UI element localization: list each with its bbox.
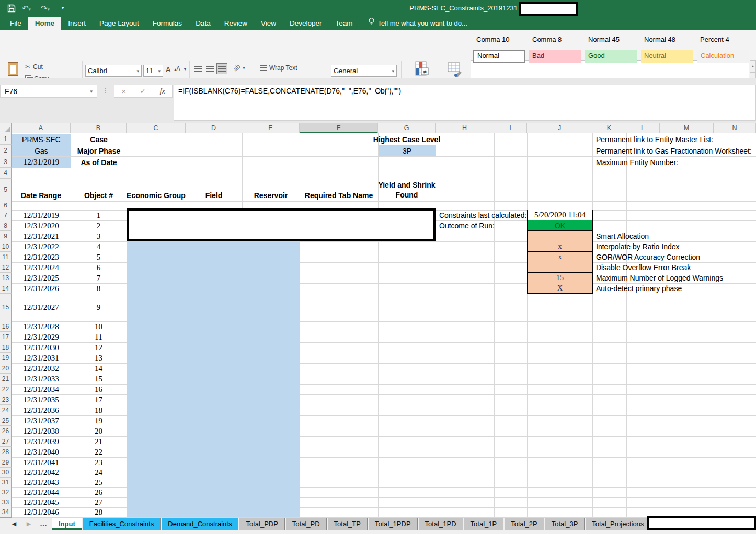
redo-icon[interactable]: ↷▾: [41, 2, 50, 16]
option-cell-J12[interactable]: [527, 262, 593, 273]
cell-A26[interactable]: 12/31/2038: [12, 426, 71, 436]
row-header-5[interactable]: 5: [0, 179, 12, 201]
cell-A20[interactable]: 12/31/2032: [12, 363, 71, 374]
cell-A21[interactable]: 12/31/2033: [12, 374, 71, 384]
header-cell-Field[interactable]: Field: [186, 179, 242, 201]
cell-A3[interactable]: 12/31/2019: [12, 157, 71, 168]
cell-B29[interactable]: 23: [71, 457, 127, 468]
cell-A8[interactable]: 12/31/2020: [12, 220, 71, 231]
ribbon-tab-view[interactable]: View: [254, 17, 283, 30]
cell-B28[interactable]: 22: [71, 447, 127, 457]
cell-J7-calc-time[interactable]: 5/20/2020 11:04: [527, 210, 593, 220]
row-header-33[interactable]: 33: [0, 497, 12, 507]
style-Percent 4[interactable]: Percent 4: [697, 33, 749, 47]
cell-B9[interactable]: 3: [71, 231, 127, 241]
row-header-7[interactable]: 7: [0, 210, 12, 220]
option-cell-J11[interactable]: x: [527, 251, 593, 262]
cell-B10[interactable]: 4: [71, 241, 127, 252]
cell-A31[interactable]: 12/31/2043: [12, 478, 71, 487]
sheet-tab-Facilities_Constraints[interactable]: Facilities_Constraints: [83, 518, 161, 530]
cell-G1[interactable]: Highest Case Level: [362, 134, 451, 145]
ribbon-tab-review[interactable]: Review: [217, 17, 254, 30]
align-bottom-button[interactable]: [216, 63, 227, 74]
cell-A30[interactable]: 12/31/2042: [12, 468, 71, 478]
row-header-15[interactable]: 15: [0, 294, 12, 321]
row-header-27[interactable]: 27: [0, 436, 12, 447]
header-cell-Reservoir[interactable]: Reservoir: [242, 179, 300, 201]
align-top-button[interactable]: [192, 63, 203, 74]
tab-overflow-icon[interactable]: …: [39, 518, 48, 530]
cut-button[interactable]: ✂Cut: [25, 63, 43, 71]
row-header-31[interactable]: 31: [0, 478, 12, 487]
ribbon-tab-page-layout[interactable]: Page Layout: [93, 17, 146, 30]
cell-A13[interactable]: 12/31/2025: [12, 273, 71, 283]
tell-me-box[interactable]: Tell me what you want to do...: [368, 17, 467, 30]
row-header-22[interactable]: 22: [0, 384, 12, 394]
sheet-tab-Input[interactable]: Input: [52, 518, 82, 530]
cell-B7[interactable]: 1: [71, 210, 127, 220]
cell-A10[interactable]: 12/31/2022: [12, 241, 71, 252]
style-Comma 10[interactable]: Comma 10: [473, 33, 525, 47]
row-header-13[interactable]: 13: [0, 273, 12, 283]
cell-B24[interactable]: 18: [71, 405, 127, 415]
row-header-2[interactable]: 2: [0, 145, 12, 156]
sheet-tab-Demand_Constraints[interactable]: Demand_Constraints: [162, 518, 238, 530]
grow-font-button[interactable]: A▲: [166, 65, 177, 74]
cell-B26[interactable]: 20: [71, 426, 127, 436]
undo-icon[interactable]: ↶▾: [22, 2, 31, 16]
cell-A27[interactable]: 12/31/2039: [12, 436, 71, 447]
insert-function-icon[interactable]: fx: [160, 87, 165, 96]
cell-A16[interactable]: 12/31/2028: [12, 321, 71, 332]
style-Calculation[interactable]: Calculation: [697, 50, 749, 63]
cell-A15[interactable]: 12/31/2027: [12, 294, 71, 321]
header-cell-Yield and Shrink Found[interactable]: Yield and Shrink Found: [378, 179, 436, 201]
cell-A17[interactable]: 12/31/2029: [12, 332, 71, 342]
cell-B13[interactable]: 7: [71, 273, 127, 283]
column-header-D[interactable]: D: [186, 123, 242, 133]
cell-B34[interactable]: 28: [71, 507, 127, 517]
style-Normal 45[interactable]: Normal 45: [585, 33, 637, 47]
column-header-A[interactable]: A: [12, 123, 71, 133]
cell-B12[interactable]: 6: [71, 262, 127, 273]
formula-input[interactable]: =IF(ISBLANK(C76)=FALSE,CONCATENATE(D76,"…: [174, 85, 756, 121]
cell-A18[interactable]: 12/31/2030: [12, 342, 71, 353]
ribbon-tab-team[interactable]: Team: [329, 17, 360, 30]
cell-A7[interactable]: 12/31/2019: [12, 210, 71, 220]
cell-B22[interactable]: 16: [71, 384, 127, 394]
column-header-I[interactable]: I: [494, 123, 527, 133]
column-header-C[interactable]: C: [127, 123, 186, 133]
name-box[interactable]: F76 ▾: [0, 85, 97, 98]
row-header-24[interactable]: 24: [0, 405, 12, 415]
save-icon[interactable]: [7, 4, 16, 15]
cell-B14[interactable]: 8: [71, 283, 127, 294]
ribbon-tab-formulas[interactable]: Formulas: [146, 17, 189, 30]
sheet-tab-Total_Projections[interactable]: Total_Projections: [586, 518, 650, 530]
column-header-B[interactable]: B: [71, 123, 127, 133]
cell-A9[interactable]: 12/31/2021: [12, 231, 71, 241]
cell-A12[interactable]: 12/31/2024: [12, 262, 71, 273]
sheet-tab-Total_1P[interactable]: Total_1P: [464, 518, 504, 530]
cell-A2[interactable]: Gas: [12, 145, 71, 156]
cancel-icon[interactable]: ×: [121, 87, 126, 96]
cell-H8-label[interactable]: Outcome of Run:: [437, 220, 527, 231]
cell-B18[interactable]: 12: [71, 342, 127, 353]
cell-B33[interactable]: 27: [71, 497, 127, 507]
wrap-text-button[interactable]: Wrap Text: [260, 64, 297, 72]
cell-B23[interactable]: 17: [71, 394, 127, 405]
cell-K1-link[interactable]: Permanent link to Entity Master List:: [594, 134, 756, 145]
cell-B32[interactable]: 26: [71, 487, 127, 497]
cell-A29[interactable]: 12/31/2041: [12, 457, 71, 468]
cell-K3-link[interactable]: Maximum Entity Number:: [594, 157, 756, 168]
cell-G2[interactable]: 3P: [379, 145, 436, 156]
row-header-21[interactable]: 21: [0, 374, 12, 384]
cell-A19[interactable]: 12/31/2031: [12, 353, 71, 363]
row-header-14[interactable]: 14: [0, 283, 12, 294]
row-header-11[interactable]: 11: [0, 252, 12, 262]
cell-B30[interactable]: 24: [71, 468, 127, 478]
column-header-M[interactable]: M: [660, 123, 714, 133]
row-header-17[interactable]: 17: [0, 332, 12, 342]
column-header-L[interactable]: L: [626, 123, 660, 133]
enter-icon[interactable]: ✓: [140, 87, 146, 95]
cell-B8[interactable]: 2: [71, 220, 127, 231]
select-all-corner[interactable]: [0, 123, 12, 133]
